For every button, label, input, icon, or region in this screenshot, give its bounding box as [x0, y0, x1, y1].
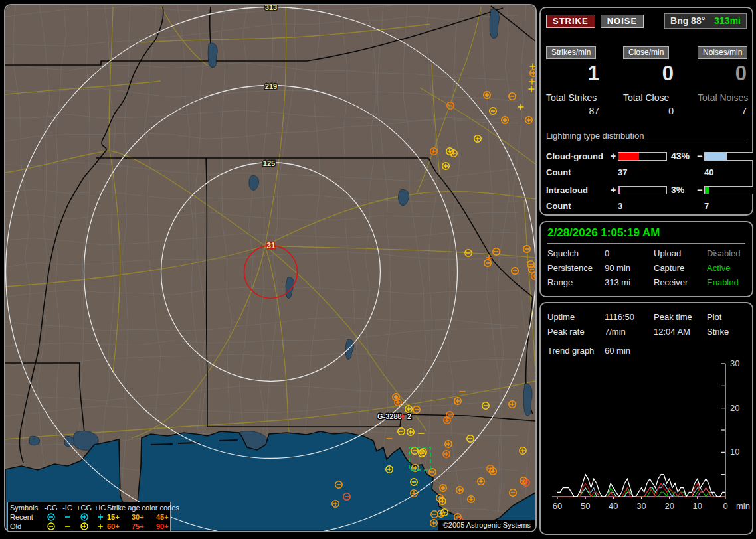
noises-per-min-value: 0: [682, 62, 755, 88]
plot-label: Plot: [707, 312, 745, 322]
legend-ic-neg-label: -IC: [60, 503, 75, 512]
counters-panel: STRIKE NOISE Bng 88° 313mi Strikes/min C…: [539, 7, 753, 216]
capture-label: Capture: [654, 263, 707, 273]
svg-text:20: 20: [664, 501, 674, 511]
svg-text:10: 10: [693, 501, 702, 511]
cg-positive-count: 37: [618, 167, 667, 177]
legend-cgm-icon: [45, 512, 57, 522]
cg-count-label: Count: [546, 167, 609, 177]
distribution-title: Lightning type distribution: [546, 131, 747, 143]
minus-sign: −: [695, 151, 704, 161]
svg-text:2: 2: [407, 412, 411, 420]
svg-text:313: 313: [265, 5, 277, 11]
svg-text:50: 50: [581, 501, 590, 511]
intracloud-label: Intracloud: [546, 185, 609, 195]
close-per-min-chip[interactable]: Close/min: [623, 46, 669, 59]
persistence-label: Persistence: [547, 263, 605, 273]
map-legend: Symbols -CG -IC +CG +IC Strike age color…: [7, 502, 171, 532]
uptime-label: Uptime: [547, 312, 605, 322]
ic-negative-count: 7: [704, 201, 753, 211]
legend-cg-pos-label: +CG: [75, 503, 93, 512]
legend-age-60+: 60+: [107, 522, 132, 531]
legend-cgm-icon: [45, 522, 57, 531]
svg-text:219: 219: [265, 82, 277, 90]
peak-time-label: Peak time: [654, 312, 707, 322]
lightning-map[interactable]: 31321912531 G-32882: [5, 5, 535, 531]
svg-text:125: 125: [263, 159, 275, 167]
legend-recent-row: Recent 15+30+45+: [10, 512, 168, 522]
total-noises-label: Total Noises: [682, 92, 755, 103]
squelch-value: 0: [605, 248, 654, 258]
status-panel: 2/28/2026 1:05:19 AM Squelch 0 Upload Di…: [539, 221, 753, 297]
cloud-ground-label: Cloud-ground: [546, 151, 609, 161]
map-panel[interactable]: 31321912531 G-32882 Symbols -CG -IC +CG …: [4, 4, 537, 532]
noise-button[interactable]: NOISE: [601, 15, 644, 28]
close-per-min-value: 0: [607, 62, 682, 88]
svg-text:30: 30: [730, 360, 739, 368]
legend-cgp-icon: [78, 522, 90, 531]
bearing-range-display[interactable]: Bng 88° 313mi: [664, 13, 747, 29]
legend-symbols-label: Symbols: [10, 503, 42, 512]
trend-panel: Uptime 1116:50 Peak time Plot Peak rate …: [539, 302, 753, 535]
svg-text:20: 20: [730, 403, 739, 413]
legend-age-75+: 75+: [132, 522, 156, 531]
cg-negative-pct: 46%: [753, 151, 756, 161]
uptime-value: 1116:50: [605, 312, 654, 322]
persistence-value: 90 min: [605, 263, 654, 273]
capture-status: Active: [707, 263, 745, 273]
svg-text:60: 60: [553, 501, 562, 511]
peak-rate-label: Peak rate: [547, 327, 605, 337]
svg-text:30: 30: [636, 501, 646, 511]
cg-negative-count: 40: [704, 167, 753, 177]
legend-header-row: Symbols -CG -IC +CG +IC Strike age color…: [10, 503, 168, 512]
noises-per-min-chip[interactable]: Noises/min: [698, 46, 747, 59]
legend-age-title: Strike age color codes: [107, 503, 176, 512]
range-value: 313mi: [714, 15, 741, 26]
upload-label: Upload: [654, 248, 707, 258]
strikes-per-min-chip[interactable]: Strikes/min: [546, 46, 596, 59]
receiver-status: Enabled: [707, 277, 745, 287]
legend-icm-icon: [62, 512, 74, 522]
total-strikes-label: Total Strikes: [546, 92, 607, 103]
legend-age-15+: 15+: [107, 512, 132, 522]
trend-graph: 1020306050403020100min: [547, 360, 753, 520]
strike-button[interactable]: STRIKE: [546, 15, 595, 28]
ic-positive-count: 3: [618, 201, 667, 211]
legend-icm-icon: [62, 522, 74, 531]
receiver-label: Receiver: [654, 277, 707, 287]
plus-sign: +: [609, 151, 618, 161]
legend-old-label: Old: [10, 522, 42, 531]
legend-age-90+: 90+: [156, 522, 176, 531]
legend-ic-pos-label: +IC: [93, 503, 107, 512]
legend-cg-neg-label: -CG: [42, 503, 60, 512]
legend-age-30+: 30+: [132, 512, 156, 522]
total-close-value: 0: [607, 106, 682, 116]
cg-positive-bar: [618, 152, 667, 161]
legend-icp-icon: [94, 512, 106, 522]
cg-negative-bar: [704, 152, 753, 161]
range-setting-value: 313 mi: [605, 277, 654, 287]
ic-positive-pct: 3%: [667, 185, 695, 195]
svg-text:40: 40: [609, 501, 618, 511]
trend-graph-label: Trend graph: [547, 346, 605, 356]
upload-status: Disabled: [707, 248, 745, 258]
range-label: Range: [547, 277, 605, 287]
ic-count-label: Count: [546, 201, 609, 211]
strikes-per-min-value: 1: [546, 62, 607, 88]
svg-text:31: 31: [266, 241, 276, 250]
legend-cgp-icon: [78, 512, 90, 522]
ic-positive-bar: [618, 186, 667, 194]
legend-recent-label: Recent: [10, 512, 42, 522]
squelch-label: Squelch: [547, 248, 605, 258]
legend-old-row: Old 60+75+90+: [10, 522, 168, 531]
minus-sign: −: [695, 185, 704, 195]
cg-positive-pct: 43%: [667, 151, 695, 161]
copyright-label: ©2005 Astrogenic Systems: [438, 520, 535, 531]
legend-age-45+: 45+: [156, 512, 176, 522]
legend-icp-icon: [94, 522, 106, 531]
datetime-display: 2/28/2026 1:05:19 AM: [547, 226, 745, 244]
plot-mode-value: Strike: [707, 327, 745, 337]
svg-text:10: 10: [730, 447, 739, 457]
plus-sign: +: [609, 185, 618, 195]
trend-graph-window: 60 min: [605, 346, 654, 356]
